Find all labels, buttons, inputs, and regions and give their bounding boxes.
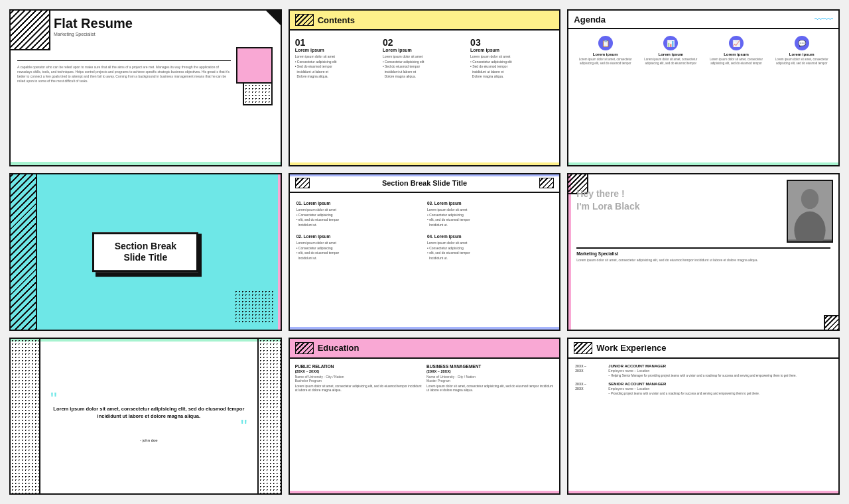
bottom-accent <box>568 491 838 493</box>
work-desc-2: – Providing project teams with a vision … <box>608 392 832 396</box>
bottom-accent <box>290 327 560 330</box>
col-2: 02 Lorem ipsum Lorem ipsum dolor sit ame… <box>383 37 466 80</box>
body-text: A capable operator who can be relied upo… <box>17 65 231 84</box>
icon-item-1: 📋 Lorem ipsum Lorem ipsum dolor sit amet… <box>572 36 638 66</box>
quote-area: " Lorem ipsum dolor sit amet, consectetu… <box>44 339 254 493</box>
item-heading-2: 02. Lorem ipsum <box>296 234 422 239</box>
hatch-decoration <box>574 342 592 354</box>
dots-decoration <box>234 290 274 323</box>
col-1: 01 Lorem ipsum Lorem ipsum dolor sit ame… <box>295 37 379 80</box>
icon-circle-1: 📋 <box>598 36 613 50</box>
hatch-right <box>539 178 554 188</box>
divider-line <box>576 247 830 249</box>
slide-title: Agenda <box>574 15 606 25</box>
work-years-2: 20XX –20XX <box>575 382 605 396</box>
work-detail-2: SENIOR ACCOUNT MANAGER Employers name – … <box>608 382 832 396</box>
icon-item-4: 💬 Lorem ipsum Lorem ipsum dolor sit amet… <box>769 36 834 66</box>
photo-inner <box>788 181 832 241</box>
icon-circle-4: 💬 <box>795 36 809 50</box>
edu-col-2: BUSINESS MANAGEMENT (20XX – 20XX) Name o… <box>426 364 554 393</box>
top-bar: Section Break Slide Title <box>290 174 560 193</box>
item-heading-3: 03. Lorem ipsum <box>427 201 553 206</box>
edu-years-2: (20XX – 20XX) <box>426 369 554 373</box>
slide-education: Education PUBLIC RELATION (20XX – 20XX) … <box>289 338 561 495</box>
bottom-accent <box>290 491 560 493</box>
slide-section-break-teal: Section BreakSlide Title <box>9 173 282 330</box>
item-body-3: Lorem ipsum dolor sit amet• Consectetur … <box>427 208 553 227</box>
wave-decoration: 〰〰 <box>815 14 833 25</box>
top-accent <box>290 174 560 176</box>
edu-body-2: Lorem ipsum dolor sit amet, consectetur … <box>426 385 554 393</box>
slide-flat-resume: Flat Resume Marketing Specialist A capab… <box>9 9 282 166</box>
work-desc-1: – Helping Senior Manager for providing p… <box>608 374 832 378</box>
content-area: 01. Lorem ipsum Lorem ipsum dolor sit am… <box>290 193 560 271</box>
item-body-2: Lorem ipsum dolor sit amet• Consectetur … <box>296 241 422 261</box>
slide-title: Flat Resume <box>54 16 262 31</box>
work-years-1: 20XX –20XX <box>575 364 605 378</box>
slide-title: Education <box>318 343 359 353</box>
content-columns: 01 Lorem ipsum Lorem ipsum dolor sit ame… <box>290 31 560 84</box>
col-body-1: Lorem ipsum dolor sit amet• Consectetur … <box>295 54 379 80</box>
content-col-left: 01. Lorem ipsum Lorem ipsum dolor sit am… <box>296 201 422 267</box>
job-title: Marketing Specialist <box>576 251 618 256</box>
col-num-2: 02 <box>383 37 466 48</box>
top-bar: Education <box>290 339 560 359</box>
pink-box <box>236 47 273 84</box>
top-bar: Agenda 〰〰 <box>568 11 838 29</box>
title-area: Flat Resume Marketing Specialist <box>54 16 262 36</box>
bottom-accent <box>11 162 281 165</box>
item-3: 03. Lorem ipsum Lorem ipsum dolor sit am… <box>427 201 553 227</box>
icon-desc-4: Lorem ipsum dolor sit amet, consectetur … <box>769 58 834 66</box>
edu-years-1: (20XX – 20XX) <box>295 369 423 373</box>
icon-desc-2: Lorem ipsum dolor sit amet, consectetur … <box>638 58 704 66</box>
dots-left <box>11 339 40 493</box>
slide-title: Work Experience <box>592 343 833 353</box>
edu-columns: PUBLIC RELATION (20XX – 20XX) Name of Un… <box>290 359 560 397</box>
work-body: 20XX –20XX JUNIOR ACCOUNT MANAGER Employ… <box>568 359 838 405</box>
section-break-title: Section BreakSlide Title <box>103 241 187 263</box>
icon-desc-1: Lorem ipsum dolor sit amet, consectetur … <box>572 58 638 66</box>
slide-contents: Contents 01 Lorem ipsum Lorem ipsum dolo… <box>289 9 561 166</box>
col-body-2: Lorem ipsum dolor sit amet• Consectetur … <box>383 54 466 80</box>
hatch-corner <box>11 11 50 50</box>
col-3: 03 Lorem ipsum Lorem ipsum dolor sit ame… <box>470 37 554 80</box>
item-1: 01. Lorem ipsum Lorem ipsum dolor sit am… <box>296 201 422 227</box>
slide-work-experience: Work Experience 20XX –20XX JUNIOR ACCOUN… <box>567 338 840 495</box>
dots-right <box>257 339 281 493</box>
work-entry-1: 20XX –20XX JUNIOR ACCOUNT MANAGER Employ… <box>575 364 832 378</box>
item-heading-4: 04. Lorem ipsum <box>427 234 553 239</box>
hatch-left <box>11 174 37 329</box>
col-num-1: 01 <box>295 37 379 48</box>
item-body-1: Lorem ipsum dolor sit amet• Consectetur … <box>296 208 422 227</box>
item-body-4: Lorem ipsum dolor sit amet• Consectetur … <box>427 241 553 261</box>
item-heading-1: 01. Lorem ipsum <box>296 201 422 206</box>
slide-title: Contents <box>318 15 355 25</box>
slide-title: Section Break Slide Title <box>310 179 540 187</box>
edu-heading-2: BUSINESS MANAGEMENT <box>426 364 554 369</box>
slide-agenda: Agenda 〰〰 📋 Lorem ipsum Lorem ipsum dolo… <box>567 9 840 166</box>
work-title-2: SENIOR ACCOUNT MANAGER <box>608 382 832 386</box>
bottom-accent <box>290 162 560 165</box>
slide-subtitle: Marketing Specialist <box>54 32 262 36</box>
col-heading-1: Lorem ipsum <box>295 48 379 52</box>
work-title-1: JUNIOR ACCOUNT MANAGER <box>608 364 832 368</box>
work-entry-2: 20XX –20XX SENIOR ACCOUNT MANAGER Employ… <box>575 382 832 396</box>
icon-item-3: 📈 Lorem ipsum Lorem ipsum dolor sit amet… <box>704 36 769 66</box>
greeting-text: Hey there !I'm Lora Black <box>576 188 639 212</box>
right-accent <box>278 174 281 329</box>
col-body-3: Lorem ipsum dolor sit amet• Consectetur … <box>470 54 554 80</box>
icon-circle-3: 📈 <box>729 36 744 50</box>
slide-grid: Flat Resume Marketing Specialist A capab… <box>0 0 849 504</box>
col-heading-2: Lorem ipsum <box>383 48 466 52</box>
icon-label-4: Lorem ipsum <box>769 52 834 56</box>
icon-desc-3: Lorem ipsum dolor sit amet, consectetur … <box>704 58 769 66</box>
edu-body-1: Lorem ipsum dolor sit amet, consectetur … <box>295 385 423 393</box>
icon-label-3: Lorem ipsum <box>704 52 769 56</box>
bottom-accent <box>568 162 838 165</box>
icons-row: 📋 Lorem ipsum Lorem ipsum dolor sit amet… <box>568 29 838 69</box>
work-detail-1: JUNIOR ACCOUNT MANAGER Employers name – … <box>608 364 832 378</box>
top-bar: Contents <box>290 11 560 31</box>
icon-circle-2: 📊 <box>663 36 678 50</box>
slide-hey-there: Hey there !I'm Lora Black Marketing Spec… <box>567 173 840 330</box>
icon-label-2: Lorem ipsum <box>638 52 704 56</box>
